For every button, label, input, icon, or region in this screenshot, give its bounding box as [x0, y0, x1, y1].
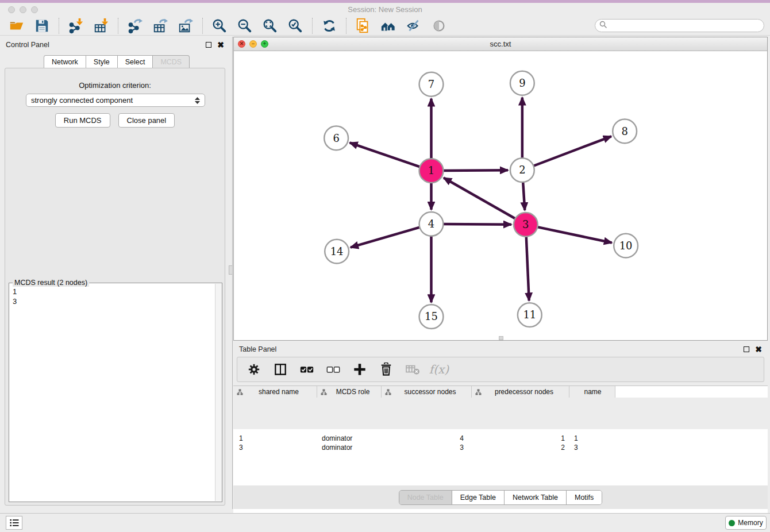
network-window-title: scc.txt [234, 40, 767, 48]
tab-select[interactable]: Select [117, 55, 153, 68]
status-bar: Memory [0, 513, 770, 532]
task-history-button[interactable] [6, 516, 22, 530]
table-cell[interactable]: 4 [382, 434, 472, 443]
table-tabs-strip: Node Table Edge Table Network Table Moti… [233, 485, 768, 509]
table-cell[interactable]: dominator [317, 434, 382, 443]
list-icon [9, 518, 20, 527]
table-cell[interactable] [615, 434, 768, 443]
table-cell[interactable]: dominator [317, 443, 382, 452]
float-panel-icon[interactable] [206, 42, 211, 48]
function-builder-icon: f(x) [432, 362, 446, 377]
table-cell[interactable]: 3 [233, 443, 317, 452]
network-canvas[interactable]: 7968124314101511 [234, 51, 767, 340]
import-table-icon[interactable] [93, 17, 110, 34]
node-table: shared name MCDS role successor nodes pr… [233, 385, 768, 397]
column-header-shared-name[interactable]: shared name [233, 386, 317, 398]
graph-edge-3-1[interactable] [444, 178, 515, 218]
graph-edge-2-3[interactable] [523, 182, 525, 210]
graph-node-label-8: 8 [621, 125, 627, 137]
tab-style[interactable]: Style [86, 55, 117, 68]
table-panel: Table Panel ✖ f(x) [233, 342, 768, 509]
node-table-body: 1dominator4113dominator323 [233, 431, 768, 452]
open-session-icon[interactable] [8, 17, 25, 34]
select-all-icon[interactable] [299, 362, 314, 377]
graph-node-label-1: 1 [428, 164, 434, 176]
tab-network[interactable]: Network [44, 55, 86, 68]
tab-network-table[interactable]: Network Table [504, 491, 566, 504]
close-panel-icon[interactable]: ✖ [217, 42, 224, 48]
refresh-layout-icon[interactable] [321, 17, 338, 34]
zoom-fit-icon[interactable] [261, 17, 279, 34]
add-column-icon[interactable] [352, 362, 367, 377]
delete-table-icon [405, 362, 420, 377]
float-table-panel-icon[interactable] [744, 346, 749, 352]
table-cell[interactable]: 1 [233, 434, 317, 443]
table-cell[interactable]: 1 [472, 434, 569, 443]
zoom-out-icon[interactable] [236, 17, 253, 34]
settings-gear-icon[interactable] [247, 362, 261, 377]
graph-edge-3-11[interactable] [526, 237, 529, 301]
main-toolbar [0, 16, 770, 36]
delete-column-icon[interactable] [379, 362, 394, 377]
table-cell[interactable]: 1 [569, 434, 615, 443]
mcds-result-text[interactable]: 1 3 [9, 284, 214, 502]
run-mcds-button[interactable]: Run MCDS [55, 113, 110, 128]
column-header-successor-nodes[interactable]: successor nodes [382, 386, 472, 398]
graph-edge-4-14[interactable] [351, 228, 419, 248]
column-header-predecessor-nodes[interactable]: predecessor nodes [472, 386, 569, 398]
memory-button[interactable]: Memory [725, 516, 767, 530]
panel-divider-grip[interactable] [229, 265, 233, 275]
search-icon [599, 21, 607, 31]
close-table-panel-icon[interactable]: ✖ [755, 346, 762, 352]
export-image-icon[interactable] [177, 17, 194, 34]
graph-node-label-6: 6 [333, 132, 339, 144]
graph-node-label-10: 10 [619, 240, 633, 252]
show-all-icon[interactable] [430, 17, 448, 34]
zoom-selected-icon[interactable] [287, 17, 304, 34]
graph-node-label-15: 15 [425, 310, 438, 322]
export-network-icon[interactable] [126, 17, 144, 34]
tab-motifs[interactable]: Motifs [566, 491, 602, 504]
graph-edge-1-2[interactable] [443, 170, 508, 171]
zoom-in-icon[interactable] [211, 17, 228, 34]
result-scrollbar[interactable] [215, 284, 222, 501]
close-panel-button[interactable]: Close panel [118, 113, 175, 128]
duplicate-network-icon[interactable] [355, 17, 372, 34]
graph-edge-4-3[interactable] [443, 224, 511, 225]
network-window-grip[interactable] [499, 336, 503, 340]
graph-edge-2-8[interactable] [533, 136, 611, 165]
deselect-all-icon[interactable] [326, 362, 341, 377]
table-header-row: shared name MCDS role successor nodes pr… [233, 385, 768, 397]
first-neighbors-icon[interactable] [380, 17, 397, 34]
network-window-titlebar[interactable]: ✕ − + scc.txt [234, 37, 767, 51]
table-cell[interactable]: 3 [382, 443, 472, 452]
graph-edge-3-10[interactable] [537, 227, 611, 242]
table-cell[interactable] [615, 443, 768, 452]
search-input[interactable] [595, 19, 764, 32]
tab-node-table[interactable]: Node Table [399, 491, 452, 504]
column-layout-icon[interactable] [273, 362, 288, 377]
memory-label: Memory [738, 519, 763, 527]
export-table-icon[interactable] [152, 17, 169, 34]
tab-edge-table[interactable]: Edge Table [452, 491, 504, 504]
hide-selected-icon[interactable] [405, 17, 422, 34]
table-cell[interactable]: 3 [569, 443, 615, 452]
graph-node-label-7: 7 [428, 78, 434, 90]
graph-edge-1-6[interactable] [350, 142, 420, 167]
import-network-icon[interactable] [67, 17, 84, 34]
criterion-dropdown[interactable]: strongly connected component [26, 94, 205, 107]
column-tree-icon [385, 389, 391, 395]
column-header-name[interactable]: name [569, 386, 615, 398]
optimization-criterion-label: Optimization criterion: [5, 81, 225, 90]
table-toolbar: f(x) [237, 357, 764, 382]
column-header-mcds-role[interactable]: MCDS role [317, 386, 382, 398]
table-cell[interactable]: 2 [472, 443, 569, 452]
graph-node-label-2: 2 [519, 164, 525, 176]
mcds-result-box: MCDS result (2 nodes) 1 3 [9, 283, 222, 502]
column-tree-icon [475, 389, 482, 395]
graph-node-label-14: 14 [330, 245, 344, 257]
network-view-window: ✕ − + scc.txt 7968124314101511 [233, 37, 768, 341]
save-session-icon[interactable] [33, 17, 51, 34]
tab-mcds[interactable]: MCDS [152, 55, 190, 68]
memory-status-icon [729, 520, 735, 526]
